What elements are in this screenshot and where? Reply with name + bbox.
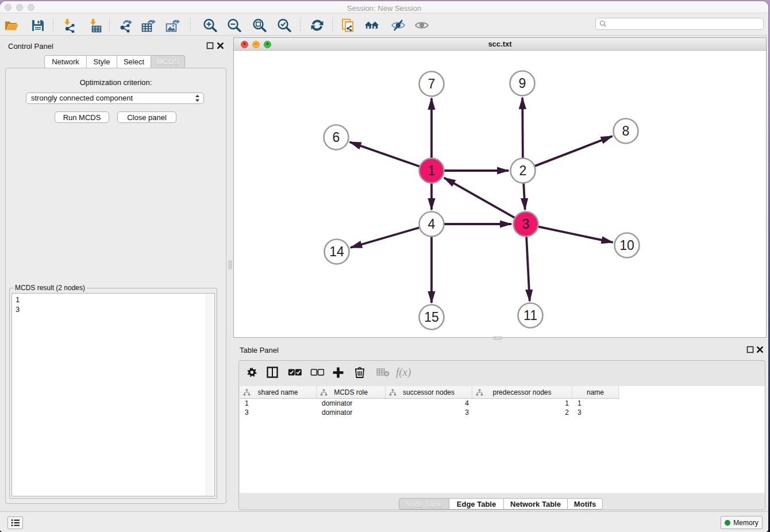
svg-text:8: 8 — [622, 124, 630, 138]
save-session-button[interactable] — [30, 17, 46, 33]
column-header-label: MCDS role — [317, 388, 385, 396]
show-all-button[interactable] — [414, 17, 430, 33]
horizontal-splitter-grip[interactable] — [493, 336, 502, 340]
hide-selected-button[interactable] — [390, 17, 406, 33]
vertical-splitter-grip[interactable] — [228, 260, 232, 269]
edge-3-10[interactable] — [537, 226, 613, 242]
new-network-from-selection-button[interactable] — [340, 17, 356, 33]
task-history-button[interactable] — [7, 516, 23, 529]
zoom-in-button[interactable] — [202, 17, 218, 33]
network-canvas[interactable]: 7968124314101511 — [234, 51, 766, 337]
column-header-predecessor-nodes[interactable]: predecessor nodes — [472, 386, 572, 398]
main-area: Control Panel NetworkStyleSelectMCDS Opt… — [0, 36, 768, 511]
mcds-result-text[interactable]: 1 3 — [11, 293, 215, 496]
node-3[interactable]: 3 — [514, 212, 538, 237]
edge-3-11[interactable] — [526, 236, 530, 301]
export-network-icon — [118, 18, 133, 33]
run-mcds-button[interactable]: Run MCDS — [55, 111, 109, 123]
search-icon — [599, 20, 607, 28]
cell: dominator — [322, 408, 386, 417]
node-9[interactable]: 9 — [510, 71, 535, 96]
node-6[interactable]: 6 — [324, 125, 349, 150]
export-table-button[interactable] — [140, 17, 156, 33]
deselect-all-button[interactable] — [310, 366, 324, 379]
node-1[interactable]: 1 — [419, 159, 444, 183]
table-row-1[interactable]: 3dominator323 — [240, 408, 765, 417]
tab-edge-table[interactable]: Edge Table — [449, 498, 504, 510]
import-table-button[interactable] — [87, 17, 103, 33]
edge-4-14[interactable] — [351, 228, 420, 248]
criterion-select[interactable]: strongly connected component — [26, 92, 204, 104]
cell: 1 — [245, 399, 317, 407]
export-network-button[interactable] — [117, 17, 133, 33]
edge-2-3[interactable] — [523, 182, 525, 210]
float-panel-icon[interactable] — [206, 42, 214, 49]
tab-style[interactable]: Style — [87, 55, 117, 68]
close-panel-icon[interactable] — [217, 42, 224, 49]
node-8[interactable]: 8 — [614, 119, 638, 144]
function-builder-button[interactable]: f(x) — [395, 366, 414, 379]
node-14[interactable]: 14 — [325, 240, 349, 264]
refresh-icon — [310, 18, 325, 33]
first-neighbors-button[interactable] — [364, 17, 380, 33]
create-column-button[interactable] — [332, 366, 344, 379]
import-network-button[interactable] — [61, 17, 77, 33]
fx-icon: f(x) — [395, 366, 414, 379]
edge-2-9[interactable] — [522, 98, 523, 159]
column-header-shared-name[interactable]: shared name — [240, 386, 317, 398]
open-session-button[interactable] — [3, 17, 20, 33]
edge-2-8[interactable] — [534, 136, 613, 167]
node-11[interactable]: 11 — [518, 303, 543, 328]
search-input[interactable] — [609, 19, 763, 29]
float-table-panel-icon[interactable] — [746, 346, 754, 353]
tab-mcds[interactable]: MCDS — [151, 55, 185, 68]
node-table: shared nameMCDS rolesuccessor nodesprede… — [240, 386, 765, 493]
column-header-name[interactable]: name — [572, 386, 619, 398]
close-panel-button[interactable]: Close panel — [117, 111, 176, 123]
table-options-button[interactable] — [247, 366, 257, 379]
zoom-out-button[interactable] — [226, 17, 242, 33]
search-box — [595, 18, 764, 30]
node-15[interactable]: 15 — [419, 305, 444, 330]
mcds-panel: Optimization criterion: strongly connect… — [5, 68, 226, 504]
save-icon — [30, 18, 45, 33]
node-10[interactable]: 10 — [615, 233, 640, 258]
delete-column-button[interactable] — [355, 366, 365, 379]
tab-select[interactable]: Select — [117, 55, 151, 68]
delete-table-button[interactable] — [376, 366, 390, 379]
result-scrollbar[interactable] — [206, 294, 214, 495]
zoom-fit-button[interactable] — [251, 17, 267, 33]
cell: 1 — [472, 399, 569, 407]
gear-icon — [247, 367, 257, 377]
toolbar-separator — [109, 18, 110, 32]
tab-node-table[interactable]: Node Table — [399, 498, 449, 510]
table-row-0[interactable]: 1dominator411 — [240, 399, 765, 408]
svg-text:9: 9 — [519, 76, 526, 91]
column-header-MCDS-role[interactable]: MCDS role — [317, 386, 386, 398]
node-7[interactable]: 7 — [419, 72, 444, 97]
edge-1-6[interactable] — [350, 142, 421, 167]
memory-button[interactable]: Memory — [721, 516, 763, 529]
checkboxes-empty-icon — [310, 368, 324, 376]
mcds-result-group: MCDS result (2 nodes) 1 3 — [9, 288, 217, 499]
toggle-panes-button[interactable] — [267, 366, 278, 379]
node-4[interactable]: 4 — [419, 212, 444, 237]
zoom-selected-button[interactable] — [276, 17, 292, 33]
tab-network[interactable]: Network — [44, 55, 87, 68]
select-arrows-icon — [195, 94, 200, 102]
column-header-label: name — [572, 388, 618, 396]
import-network-icon — [61, 18, 76, 33]
svg-text:6: 6 — [333, 130, 340, 145]
select-all-button[interactable] — [288, 366, 302, 379]
close-table-panel-icon[interactable] — [756, 346, 764, 353]
table-panel-body: f(x) shared nameMCDS rolesuccessor nodes… — [238, 360, 765, 510]
tab-motifs[interactable]: Motifs — [568, 498, 603, 510]
edge-3-1[interactable] — [444, 178, 515, 218]
apply-layout-button[interactable] — [309, 17, 325, 33]
node-2[interactable]: 2 — [511, 159, 536, 183]
mcds-result-title: MCDS result (2 nodes) — [13, 284, 87, 292]
export-image-button[interactable] — [164, 17, 180, 33]
column-header-successor-nodes[interactable]: successor nodes — [386, 386, 472, 398]
column-header-label: successor nodes — [386, 388, 472, 396]
tab-network-table[interactable]: Network Table — [504, 498, 568, 510]
